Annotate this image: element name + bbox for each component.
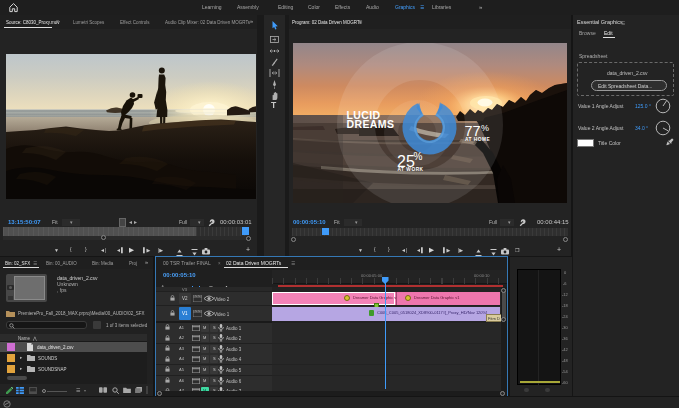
svg-text:DREAMS: DREAMS [347,118,395,130]
svg-text:%: % [481,123,489,133]
svg-text:AT HOME: AT HOME [465,137,491,142]
svg-text:AT WORK: AT WORK [398,167,424,172]
svg-text:%: % [414,151,423,162]
